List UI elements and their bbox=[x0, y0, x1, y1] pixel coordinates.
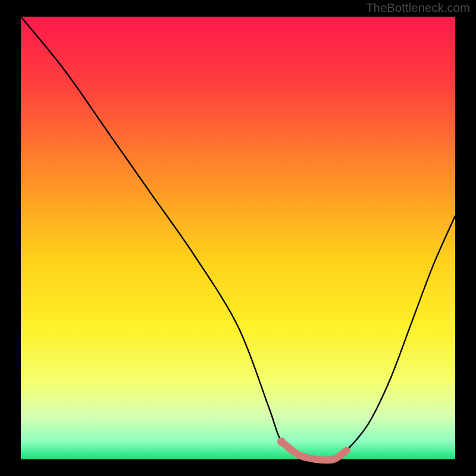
chart-frame: TheBottleneck.com bbox=[0, 0, 476, 476]
optimal-range-highlight bbox=[281, 441, 347, 460]
watermark-text: TheBottleneck.com bbox=[366, 1, 470, 15]
marker-dot bbox=[277, 437, 286, 446]
bottleneck-curve bbox=[21, 17, 455, 460]
plot-area bbox=[21, 17, 455, 459]
curve-layer bbox=[21, 17, 455, 459]
